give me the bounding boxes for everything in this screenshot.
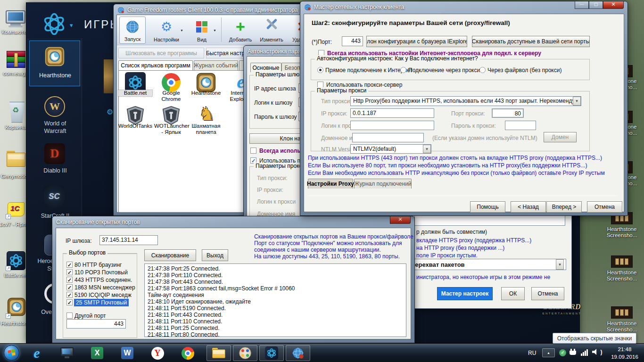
add-button[interactable]: + Добавить: [226, 16, 255, 44]
hearthstone-game-icon[interactable]: [44, 46, 65, 67]
via-firewall-radio[interactable]: [479, 67, 486, 73]
tab-connection-journal[interactable]: Журнал подключений: [354, 179, 412, 189]
network-plug-icon[interactable]: [570, 349, 577, 356]
ie-icon[interactable]: e: [26, 345, 47, 361]
screenshot-file-icon[interactable]: [611, 255, 633, 268]
gamefreedom-taskbar-icon[interactable]: [286, 345, 310, 361]
tab-main[interactable]: Основные: [250, 63, 281, 72]
port-field[interactable]: 443: [342, 36, 363, 46]
scan-log[interactable]: 21:47:38 Port:25 Connected. 21:47:38 Por…: [144, 263, 406, 337]
app-label[interactable]: WorldOfTanks: [117, 123, 153, 129]
battlenet-taskbar-icon[interactable]: [259, 345, 284, 361]
app-label[interactable]: Google Chrome: [154, 90, 188, 102]
domain-field[interactable]: [352, 133, 424, 142]
app-label[interactable]: WOTLauncher - Ярлык: [154, 123, 188, 135]
other-port-field[interactable]: 443: [66, 319, 126, 329]
scan-button[interactable]: Сканирование: [144, 249, 196, 261]
app-wotlauncher-icon[interactable]: [162, 106, 181, 125]
antivirus-tray-icon[interactable]: ✓: [559, 349, 566, 356]
chrome-icon[interactable]: [177, 345, 198, 361]
view-button[interactable]: Вид ▼: [187, 16, 216, 44]
signal-icon[interactable]: [581, 349, 588, 356]
close-icon[interactable]: ✕: [603, 1, 624, 9]
via-proxy-radio[interactable]: [400, 67, 406, 73]
app-chrome-icon[interactable]: [162, 73, 181, 92]
screenshot-file-icon[interactable]: [611, 306, 633, 319]
sidebar-item-label[interactable]: World of Warcraft: [33, 120, 78, 135]
run-button[interactable]: Запуск: [119, 16, 146, 44]
explorer-icon[interactable]: [206, 345, 231, 361]
back-button[interactable]: < Назад: [511, 201, 546, 213]
other-port-checkbox[interactable]: [66, 313, 73, 319]
launcher-gear-icon[interactable]: ⚙: [107, 107, 113, 116]
port-checkbox[interactable]: ✓: [66, 269, 73, 275]
port-label-selected[interactable]: 25 SMTP Почтовый: [74, 299, 129, 306]
ntlm-dropdown[interactable]: NTLMV2(default): [350, 144, 431, 154]
port-checkbox[interactable]: ✓: [66, 284, 73, 290]
battlenet-logo-icon[interactable]: [41, 11, 68, 37]
edit-button[interactable]: Изменить: [257, 16, 286, 44]
port-label[interactable]: 1863 MSN мессенджер: [74, 284, 135, 291]
proxy-type-dropdown[interactable]: Http Proxy(без поддержки HTTPS, использо…: [350, 96, 581, 106]
dropdown-arrow-icon[interactable]: ▼: [423, 145, 431, 153]
app-label[interactable]: Шахматная планета: [189, 123, 223, 135]
port-label[interactable]: 80 HTTP браузинг: [74, 262, 122, 268]
gateway-ip-field[interactable]: 37.145.131.14: [99, 235, 158, 245]
exit-button[interactable]: Выход: [202, 249, 228, 261]
tab-shortcuts[interactable]: Список ярлыков программ: [118, 60, 193, 70]
chevron-down-icon[interactable]: ▾: [70, 22, 73, 29]
port-label[interactable]: 5190 ICQ/QIP меседж: [74, 292, 132, 298]
diablo3-game-icon[interactable]: D: [44, 143, 65, 164]
1cv7-icon[interactable]: 1С ↗: [7, 200, 25, 218]
recycle-bin-icon[interactable]: ♻: [8, 100, 25, 123]
clock[interactable]: 21:48 19.09.2016: [607, 346, 642, 361]
wizard-launch-button[interactable]: Мастер настроек: [437, 287, 493, 300]
proxy-login-field[interactable]: [350, 121, 434, 130]
port-label[interactable]: 443 HTTPS соединен.: [74, 277, 132, 283]
cancel-button[interactable]: Отмена: [587, 201, 622, 213]
sidebar-item-label[interactable]: Diablo III: [33, 167, 78, 174]
paint-icon[interactable]: [233, 345, 257, 361]
folder-icon[interactable]: [7, 151, 25, 167]
port-label[interactable]: 110 POP3 Почтовый: [74, 269, 128, 276]
app-wot-icon[interactable]: [126, 106, 145, 125]
wow-game-icon[interactable]: W: [44, 96, 65, 117]
app-chess-icon[interactable]: ♞: [197, 103, 217, 125]
domain-button[interactable]: Домен: [544, 132, 577, 142]
start-button[interactable]: [4, 345, 19, 361]
desktop-icon-label[interactable]: Hearthstone Screensho...: [601, 270, 643, 282]
proxy-port-field[interactable]: 80: [492, 108, 524, 118]
maximize-icon[interactable]: ▢: [589, 1, 603, 9]
app-label[interactable]: Hearthstone: [189, 90, 223, 96]
port-checkbox[interactable]: ✓: [66, 299, 73, 305]
mode-dropdown[interactable]: Перехват пакетов: [408, 259, 566, 270]
cancel-button[interactable]: Отмена: [531, 287, 564, 300]
media-player-icon[interactable]: [57, 345, 77, 361]
scan-titlebar[interactable]: Сканирование открытых портов: [52, 216, 414, 228]
port-checkbox[interactable]: ✓: [66, 262, 73, 268]
minimize-icon[interactable]: —: [575, 1, 589, 9]
yandex-icon[interactable]: Y: [147, 345, 168, 361]
dropdown-arrow-icon[interactable]: ▼: [573, 97, 581, 106]
excel-icon[interactable]: X: [87, 345, 107, 361]
settings-field[interactable]: [414, 215, 565, 226]
proxy-pass-field[interactable]: [505, 121, 536, 130]
desktop-icon-label[interactable]: Hearthstone Screensho...: [601, 226, 643, 239]
always-use-checkbox[interactable]: [250, 148, 256, 154]
computer-icon[interactable]: [6, 10, 25, 27]
language-indicator[interactable]: RU: [528, 350, 536, 356]
show-hidden-icons-button[interactable]: ▲: [542, 348, 555, 357]
tab-events[interactable]: Журнал событий: [194, 60, 238, 70]
hearthstone-desktop-icon[interactable]: ↗: [7, 297, 26, 318]
tab-proxy-settings[interactable]: Настройки Proxy: [308, 179, 353, 189]
word-icon[interactable]: W: [117, 345, 138, 361]
ok-button[interactable]: ОК: [501, 287, 525, 300]
desktop-icon-label[interactable]: Hearthstone Screensho...: [601, 321, 643, 333]
proxy-ip-field[interactable]: 0.0.1.187: [350, 108, 434, 118]
next-button[interactable]: Вперед >: [546, 201, 582, 213]
volume-icon[interactable]: ): [592, 348, 602, 357]
port-checkbox[interactable]: ✓: [66, 292, 73, 298]
direct-connection-radio[interactable]: [317, 67, 323, 73]
app-label[interactable]: Battle.net: [118, 90, 152, 96]
battlenet-desktop-icon[interactable]: ↗: [7, 251, 25, 270]
